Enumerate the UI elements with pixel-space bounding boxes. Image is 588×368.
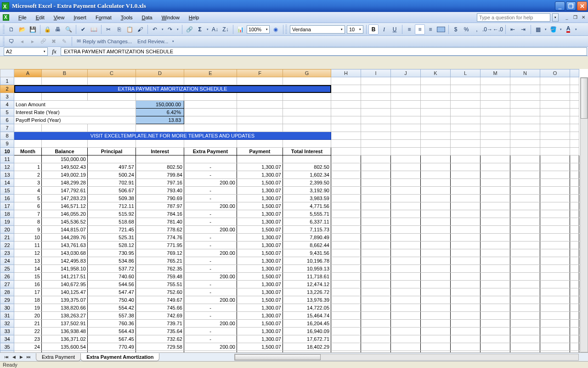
status-text: Ready [3, 362, 17, 368]
redo-icon[interactable]: ↷ [165, 24, 175, 34]
horizontal-scrollbar[interactable] [234, 354, 579, 361]
hyperlink-icon[interactable]: 🔗 [184, 24, 194, 34]
sheet-tab-amortization[interactable]: Extra Payment Amortization [80, 353, 159, 361]
close-button[interactable]: ✕ [577, 1, 587, 11]
status-bar: Ready [0, 361, 588, 368]
sheet-tab-strip: ⏮ ◀ ▶ ⏭ Extra Payment Extra Payment Amor… [0, 352, 588, 361]
param-input[interactable]: 6.42% [136, 109, 184, 116]
new-icon[interactable]: 🗋 [6, 24, 17, 34]
font-combo[interactable]: Verdana▾ [290, 25, 345, 34]
sheet-tab-extra-payment[interactable]: Extra Payment [36, 353, 81, 361]
show-all-comments-icon: 🗪 [38, 36, 48, 46]
undo-dd[interactable]: ▾ [160, 24, 165, 34]
paste-icon[interactable]: 📋 [124, 24, 135, 34]
mdi-minimize[interactable]: _ [563, 14, 571, 21]
fontcolor-dd[interactable]: ▾ [574, 24, 578, 34]
fill-dd[interactable]: ▾ [559, 24, 563, 34]
tab-next-icon[interactable]: ▶ [17, 353, 25, 361]
autosum-icon[interactable]: Σ [195, 24, 205, 34]
spelling-icon[interactable]: ✔ [78, 24, 88, 34]
title-bar: Microsoft Excel - Extra Payment Calculat… [0, 0, 588, 12]
sort-desc-icon[interactable]: Z↓ [220, 24, 231, 34]
param-input[interactable]: 13.83 [136, 116, 184, 124]
tab-prev-icon[interactable]: ◀ [10, 353, 17, 361]
delete-comment-icon: ✖ [49, 36, 59, 46]
menu-window[interactable]: Window [157, 14, 184, 21]
fontsize-combo[interactable]: 10▾ [347, 25, 363, 34]
menu-format[interactable]: Format [91, 14, 116, 21]
permission-icon[interactable]: 🔒 [42, 24, 52, 34]
review-grip[interactable] [3, 37, 5, 46]
sort-asc-icon[interactable]: A↓ [210, 24, 220, 34]
copy-icon[interactable]: ⎘ [114, 24, 124, 34]
mdi-close[interactable]: ✕ [580, 14, 587, 21]
menu-edit[interactable]: Edit [31, 14, 49, 21]
borders-dd[interactable]: ▾ [543, 24, 548, 34]
column-header: Payment [237, 148, 283, 155]
align-right-icon[interactable]: ≡ [425, 24, 435, 34]
review-overflow[interactable]: ▾ [171, 36, 175, 46]
merge-center-icon[interactable] [436, 24, 446, 34]
borders-icon[interactable]: ▦ [533, 24, 543, 34]
column-header: Interest [136, 148, 184, 155]
menu-help[interactable]: Help [184, 14, 204, 21]
column-header: Month [14, 148, 42, 155]
percent-icon[interactable]: % [461, 24, 471, 34]
redo-dd[interactable]: ▾ [175, 24, 180, 34]
column-header: Principal [88, 148, 136, 155]
zoom-combo[interactable]: 100%▾ [247, 25, 270, 34]
param-label: Payoff Period (Year) [14, 116, 136, 124]
open-icon[interactable]: 📂 [17, 24, 27, 34]
mdi-restore[interactable]: ❐ [571, 14, 579, 21]
dec-indent-icon[interactable]: ⇤ [508, 24, 518, 34]
tab-first-icon[interactable]: ⏮ [3, 353, 10, 361]
menu-file[interactable]: File [14, 14, 31, 21]
column-header: Balance [42, 148, 88, 155]
sum-dd[interactable]: ▾ [205, 24, 210, 34]
align-center-icon[interactable]: ≡ [415, 24, 425, 34]
menu-view[interactable]: View [49, 14, 69, 21]
maximize-button[interactable]: ❐ [566, 1, 576, 11]
menu-insert[interactable]: Insert [69, 14, 91, 21]
dec-decimal-icon[interactable]: ←.0 [493, 24, 503, 34]
help-search-input[interactable] [477, 13, 550, 22]
formatting-grip[interactable] [285, 25, 287, 34]
formula-input[interactable]: EXTRA PAYMENT AMORTIZATION SCHEDULE [61, 47, 587, 56]
menu-data[interactable]: Data [137, 14, 157, 21]
save-icon[interactable]: 💾 [28, 24, 38, 34]
worksheet[interactable]: ABCDEFGHIJKLMNO12EXTRA PAYMENT AMORTIZAT… [0, 69, 588, 352]
cut-icon[interactable]: ✂ [103, 24, 113, 34]
link-banner[interactable]: VISIT EXCELTEMPLATE.NET FOR MORE TEMPLAT… [14, 132, 331, 140]
help-icon[interactable]: ◉ [271, 24, 281, 34]
comma-icon[interactable]: , [472, 24, 482, 34]
tab-last-icon[interactable]: ⏭ [25, 353, 32, 361]
param-input[interactable]: 150,000.00 [136, 101, 184, 109]
menu-tools[interactable]: Tools [116, 14, 137, 21]
name-box[interactable]: A2▾ [4, 47, 48, 56]
show-hide-comment-icon[interactable]: 🗨 [6, 36, 17, 46]
research-icon[interactable]: 📖 [89, 24, 99, 34]
formula-bar: A2▾ fx EXTRA PAYMENT AMORTIZATION SCHEDU… [0, 47, 588, 56]
minimize-button[interactable]: _ [555, 1, 565, 11]
prev-comment-icon: ◂ [17, 36, 27, 46]
standard-toolbar: 🗋 📂 💾 🔒 🖶 🔍 ✔ 📖 ✂ ⎘ 📋 🖌 ↶▾ ↷▾ 🔗 Σ▾ A↓ Z↓… [0, 23, 588, 36]
inc-indent-icon[interactable]: ⇥ [518, 24, 528, 34]
bold-button[interactable]: B [368, 24, 379, 34]
align-left-icon[interactable]: ≡ [404, 24, 414, 34]
vertical-scrollbar[interactable] [580, 77, 588, 352]
param-label: Interest Rate (Year) [14, 109, 136, 116]
help-dropdown[interactable]: ▾ [552, 13, 559, 22]
print-icon[interactable]: 🖶 [53, 24, 63, 34]
font-color-icon[interactable]: A [563, 24, 573, 34]
chart-icon[interactable]: 📊 [235, 24, 245, 34]
preview-icon[interactable]: 🔍 [63, 24, 74, 34]
fx-icon[interactable]: fx [50, 48, 59, 55]
fill-color-icon[interactable]: 🪣 [548, 24, 558, 34]
underline-button[interactable]: U [390, 24, 400, 34]
undo-icon[interactable]: ↶ [150, 24, 160, 34]
italic-button[interactable]: I [379, 24, 389, 34]
inc-decimal-icon[interactable]: .0→ [482, 24, 492, 34]
toolbar-grip[interactable] [3, 25, 5, 34]
currency-icon[interactable]: $ [451, 24, 461, 34]
format-painter-icon[interactable]: 🖌 [135, 24, 145, 34]
